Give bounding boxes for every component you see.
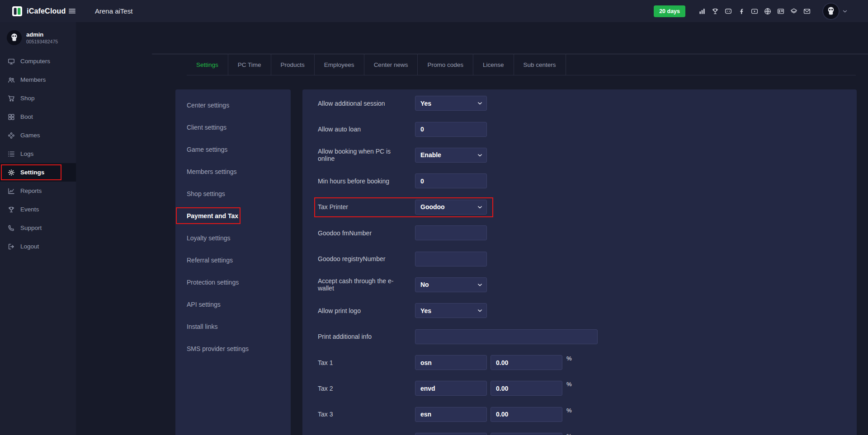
nav-item-label: Client settings — [187, 124, 226, 131]
nav-item-label: SMS provider settings — [187, 345, 249, 352]
tax-printer-select-el[interactable]: Goodoo — [415, 200, 487, 215]
tax-3-rate-input[interactable] — [491, 407, 562, 422]
sidebar-item-support[interactable]: Support — [0, 219, 76, 237]
app-logo[interactable]: iCafeCloud — [0, 6, 65, 17]
tab-promo-codes[interactable]: Promo codes — [418, 54, 473, 75]
settings-nav-loyalty-settings[interactable]: Loyalty settings — [175, 227, 291, 249]
settings-nav-payment-and-tax[interactable]: Payment and Tax — [175, 205, 291, 227]
settings-nav-shop-settings[interactable]: Shop settings — [175, 182, 291, 205]
discord-icon — [725, 8, 732, 15]
allow-additional-session-select[interactable]: Yes — [415, 96, 487, 111]
field-label: Print additional info — [318, 333, 415, 340]
center-name: Arena aiTest — [95, 7, 132, 15]
tax-2-name-input[interactable] — [415, 381, 487, 396]
settings-nav-api-settings[interactable]: API settings — [175, 293, 291, 315]
min-hours-before-booking-input[interactable] — [415, 173, 487, 188]
tab-center-news[interactable]: Center news — [364, 54, 418, 75]
allow-booking-when-pc-is-online-select[interactable]: Enable — [415, 148, 487, 163]
youtube-button[interactable] — [748, 5, 761, 18]
nav-item-label: Payment and Tax — [187, 212, 238, 220]
sidebar-item-label: Boot — [20, 113, 33, 120]
allow-auto-loan-input[interactable] — [415, 122, 487, 137]
days-badge[interactable]: 20 days — [654, 5, 685, 17]
trophy-icon — [712, 8, 719, 15]
sidebar-item-logs[interactable]: Logs — [0, 145, 76, 163]
sidebar-item-settings[interactable]: Settings — [0, 163, 76, 182]
row-14-rate-input[interactable] — [491, 433, 562, 435]
form-row-min-hours-before-booking: Min hours before booking — [302, 168, 857, 194]
trophy-button[interactable] — [708, 5, 722, 18]
topbar: iCafeCloud Arena aiTest 20 days — [0, 0, 868, 22]
sidebar-item-reports[interactable]: Reports — [0, 182, 76, 200]
tax-printer-select[interactable]: Goodoo — [415, 200, 487, 215]
field-label: Allow auto loan — [318, 126, 415, 133]
settings-nav-protection-settings[interactable]: Protection settings — [175, 271, 291, 293]
settings-nav-install-links[interactable]: Install links — [175, 315, 291, 337]
monitor-icon — [8, 58, 15, 65]
tax-1-name-input[interactable] — [415, 355, 487, 370]
tab-sub-centers[interactable]: Sub centers — [514, 54, 566, 75]
tax-1-rate-input[interactable] — [491, 355, 562, 370]
allow-booking-when-pc-is-online-select-el[interactable]: Enable — [415, 148, 487, 163]
tab-label: Products — [281, 61, 305, 68]
logs-icon — [8, 150, 15, 158]
discord-button[interactable] — [722, 5, 735, 18]
percent-label: % — [566, 355, 572, 362]
stats-icon — [698, 8, 706, 15]
sidebar-item-label: Shop — [20, 95, 35, 102]
sidebar-item-events[interactable]: Events — [0, 200, 76, 219]
goodoo-fmnumber-input[interactable] — [415, 225, 487, 240]
topbar-icons — [695, 5, 813, 18]
sidebar-item-games[interactable]: Games — [0, 126, 76, 145]
users-icon — [8, 76, 15, 84]
field-label: Goodoo registryNumber — [318, 255, 415, 262]
form-row-allow-auto-loan: Allow auto loan — [302, 116, 857, 142]
goodoo-registrynumber-input[interactable] — [415, 252, 487, 267]
form-row-row-14: % — [302, 427, 857, 435]
settings-nav-sms-provider-settings[interactable]: SMS provider settings — [175, 337, 291, 360]
sidebar-item-label: Support — [20, 225, 42, 231]
settings-nav-referral-settings[interactable]: Referral settings — [175, 249, 291, 271]
trophy-icon — [8, 206, 15, 213]
allow-print-logo-select[interactable]: Yes — [415, 303, 487, 318]
chevron-down-icon[interactable] — [842, 8, 848, 14]
tax-3-name-input[interactable] — [415, 407, 487, 422]
allow-print-logo-select-el[interactable]: Yes — [415, 303, 487, 318]
form-row-tax-1: Tax 1% — [302, 350, 857, 375]
sidebar-user[interactable]: admin 005193482475 — [0, 22, 76, 52]
mail-button[interactable] — [800, 5, 813, 18]
id-card-button[interactable] — [774, 5, 787, 18]
settings-nav-center-settings[interactable]: Center settings — [175, 94, 291, 116]
allow-additional-session-select-el[interactable]: Yes — [415, 96, 487, 111]
sidebar-item-shop[interactable]: Shop — [0, 89, 76, 108]
percent-label: % — [566, 407, 572, 414]
tax-2-rate-input[interactable] — [491, 381, 562, 396]
tab-label: PC Time — [238, 61, 261, 68]
row-14-name-input[interactable] — [415, 433, 487, 435]
settings-nav-game-settings[interactable]: Game settings — [175, 138, 291, 160]
user-name: admin — [26, 31, 58, 38]
globe-button[interactable] — [761, 5, 774, 18]
user-avatar[interactable] — [823, 4, 839, 19]
facebook-button[interactable] — [735, 5, 748, 18]
accept-cash-through-the-e-wallet-select[interactable]: No — [415, 277, 487, 292]
tab-products[interactable]: Products — [271, 54, 315, 75]
tab-employees[interactable]: Employees — [315, 54, 364, 75]
stats-button[interactable] — [695, 5, 708, 18]
tab-label: Center news — [374, 61, 408, 68]
accept-cash-through-the-e-wallet-select-el[interactable]: No — [415, 277, 487, 292]
menu-toggle-button[interactable] — [65, 5, 79, 18]
sidebar-item-label: Logs — [20, 150, 33, 157]
tab-pc-time[interactable]: PC Time — [228, 54, 271, 75]
sidebar-item-logout[interactable]: Logout — [0, 237, 76, 256]
print-additional-info-input[interactable] — [415, 329, 598, 344]
layers-button[interactable] — [787, 5, 800, 18]
sidebar-item-members[interactable]: Members — [0, 70, 76, 89]
sidebar-item-boot[interactable]: Boot — [0, 108, 76, 126]
tab-license[interactable]: License — [473, 54, 514, 75]
settings-nav-client-settings[interactable]: Client settings — [175, 116, 291, 138]
settings-nav-members-settings[interactable]: Members settings — [175, 160, 291, 182]
field-label: Allow additional session — [318, 100, 415, 107]
tab-settings[interactable]: Settings — [187, 54, 228, 75]
sidebar-item-computers[interactable]: Computers — [0, 52, 76, 70]
